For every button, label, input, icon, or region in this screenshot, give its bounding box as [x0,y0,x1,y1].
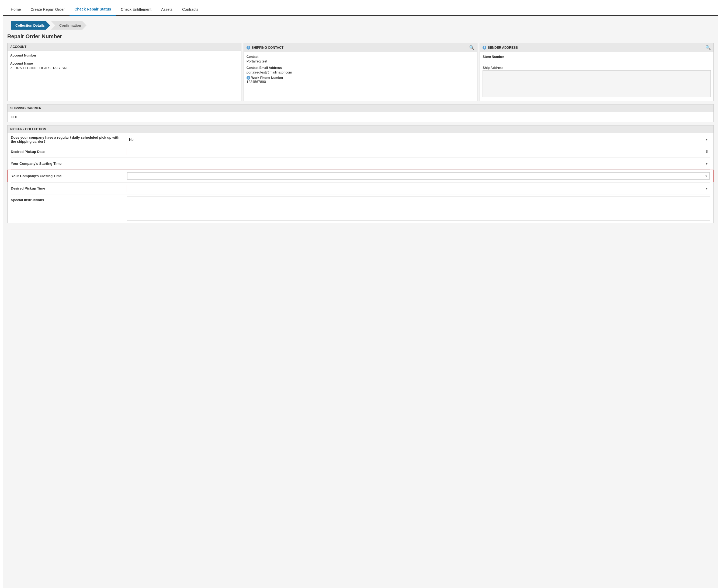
shipping-contact-body: Contact Portalreg test Contact Email Add… [244,52,477,88]
store-number-value [483,59,711,63]
special-instructions-control [127,196,710,221]
sender-address-card: i SENDER ADDRESS 🔍 Store Number Ship Add… [480,43,714,101]
store-number-label: Store Number [483,55,711,59]
work-phone-value: 1234567890 [246,80,475,84]
nav-bar: Home Create Repair Order Check Repair St… [3,3,718,16]
nav-check-entitlement[interactable]: Check Entitlement [116,3,156,15]
daily-pickup-control: No Yes [127,136,710,143]
account-header-label: ACCOUNT [10,45,26,49]
shipping-contact-header-left: i SHIPPING CONTACT [246,46,283,49]
closing-time-select[interactable] [127,172,710,180]
work-phone-info-icon: i [246,76,250,80]
account-card-body: Account Number Account Name ZEBRA TECHNO… [7,51,241,74]
pickup-collection-header: PICKUP / COLLECTION [7,125,714,133]
sender-address-header-label: SENDER ADDRESS [488,46,518,49]
starting-time-select-wrapper [127,160,710,167]
shipping-carrier-body: DHL [7,112,714,122]
calendar-icon: 🗓 [705,150,708,154]
shipping-carrier-value: DHL [11,115,18,119]
desired-pickup-date-wrap: 🗓 [127,148,710,155]
contact-email-value: portalregtest@mailinator.com [246,70,475,74]
closing-time-select-wrapper [127,172,710,180]
nav-check-repair-status[interactable]: Check Repair Status [69,3,116,16]
closing-time-row: Your Company's Closing Time [7,170,714,182]
desired-pickup-time-row: Desired Pickup Time [7,183,714,194]
desired-pickup-date-label: Desired Pickup Date [11,150,124,154]
pickup-collection-section: PICKUP / COLLECTION Does your company ha… [7,125,714,223]
starting-time-row: Your Company's Starting Time [7,158,714,169]
account-number-label: Account Number [10,54,238,57]
contact-label: Contact [246,55,475,59]
nav-home[interactable]: Home [6,3,26,15]
account-card: ACCOUNT Account Number Account Name ZEBR… [7,43,241,101]
contact-value: Portalreg test [246,59,475,63]
closing-time-control [127,172,710,180]
top-cards-row: ACCOUNT Account Number Account Name ZEBR… [7,43,714,101]
daily-pickup-select[interactable]: No Yes [127,136,710,143]
sender-address-body: Store Number Ship Address [480,52,714,101]
breadcrumb-collection-details[interactable]: Collection Details [11,21,50,29]
shipping-contact-info-icon: i [246,46,250,49]
account-name-label: Account Name [10,62,238,65]
page-title: Repair Order Number [7,34,714,40]
work-phone-label: Work Phone Number [252,76,283,80]
account-name-value: ZEBRA TECHNOLOGIES ITALY SRL [10,66,238,70]
starting-time-select[interactable] [127,160,710,167]
desired-pickup-time-select[interactable] [127,185,710,192]
shipping-contact-search-icon[interactable]: 🔍 [469,45,475,50]
desired-pickup-time-select-wrapper [127,185,710,192]
sender-address-header-left: i SENDER ADDRESS [483,46,518,49]
ship-address-textarea[interactable] [483,70,711,97]
sender-address-search-icon[interactable]: 🔍 [705,45,711,50]
breadcrumb-confirmation[interactable]: Confirmation [51,21,86,29]
starting-time-control [127,160,710,167]
contact-email-label: Contact Email Address [246,66,475,70]
desired-pickup-date-row: Desired Pickup Date 🗓 [7,146,714,158]
nav-create-repair-order[interactable]: Create Repair Order [26,3,69,15]
daily-pickup-select-wrapper: No Yes [127,136,710,143]
desired-pickup-time-control [127,185,710,192]
closing-time-label: Your Company's Closing Time [11,174,124,178]
special-instructions-row: Special Instructions [7,194,714,223]
work-phone-row: i Work Phone Number [246,76,475,80]
breadcrumb: Collection Details Confirmation [7,19,714,29]
shipping-contact-card: i SHIPPING CONTACT 🔍 Contact Portalreg t… [244,43,478,101]
shipping-carrier-header: SHIPPING CARRIER [7,104,714,112]
nav-contracts[interactable]: Contracts [177,3,203,15]
shipping-contact-header-label: SHIPPING CONTACT [252,46,283,49]
sender-address-info-icon: i [483,46,486,49]
desired-pickup-date-control: 🗓 [127,148,710,155]
desired-pickup-date-input[interactable] [127,148,710,155]
shipping-contact-header: i SHIPPING CONTACT 🔍 [244,43,477,52]
special-instructions-textarea[interactable] [127,196,710,221]
nav-assets[interactable]: Assets [156,3,177,15]
ship-address-label: Ship Address [483,66,711,70]
sender-address-header: i SENDER ADDRESS 🔍 [480,43,714,52]
starting-time-label: Your Company's Starting Time [11,162,124,166]
daily-pickup-row: Does your company have a regular / daily… [7,133,714,146]
page-content: Collection Details Confirmation Repair O… [3,16,718,588]
account-card-header: ACCOUNT [7,43,241,51]
daily-pickup-label: Does your company have a regular / daily… [11,135,124,144]
shipping-carrier-section: SHIPPING CARRIER DHL [7,104,714,122]
special-instructions-label: Special Instructions [11,196,124,202]
desired-pickup-time-label: Desired Pickup Time [11,186,124,190]
